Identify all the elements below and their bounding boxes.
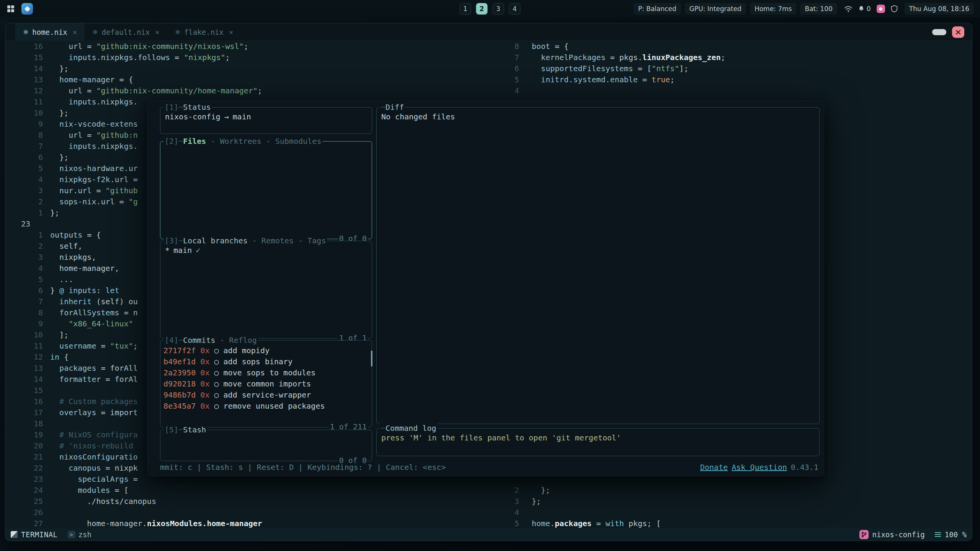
workspace-button-3[interactable]: 3: [493, 3, 504, 15]
commit-hash: 8e345a7: [163, 401, 196, 411]
commit-message: add sops binary: [219, 357, 293, 366]
lazygit-command-log-panel[interactable]: ─Command log press 'M' in the files pane…: [376, 428, 820, 456]
tab-close-icon[interactable]: ×: [229, 28, 233, 36]
code-token: [50, 364, 59, 373]
lazygit-branches-panel[interactable]: [3]─Local branches - Remotes - Tags *mai…: [160, 241, 372, 339]
lazygit-diff-panel[interactable]: ─Diff No changed files: [376, 107, 820, 424]
code-token: forAllSystems: [59, 308, 119, 317]
code-text: [43, 507, 50, 518]
code-token: [50, 341, 59, 350]
commit-row[interactable]: 2a23950 0x ○ move sops to modules: [163, 367, 369, 378]
app-icon[interactable]: [21, 3, 33, 15]
code-token: inputs.nixpkgs.: [69, 97, 138, 106]
close-icon: ×: [955, 28, 962, 36]
command-log-content: press 'M' in the files panel to open 'gi…: [377, 429, 819, 447]
code-token: packages: [555, 519, 591, 528]
code-token: };: [50, 153, 69, 162]
commit-graph-node: ○: [209, 368, 219, 377]
code-token: [50, 97, 69, 106]
commit-author: 0x: [196, 346, 209, 355]
line-number: 26: [5, 507, 43, 518]
code-token: ];: [679, 64, 688, 73]
minimize-button[interactable]: [932, 29, 946, 35]
code-text: inputs.nixpkgs.follows = "nixpkgs";: [43, 52, 230, 63]
mode-label: TERMINAL: [21, 530, 58, 539]
commit-row[interactable]: 9486b7d 0x ○ add service-wrapper: [163, 390, 369, 401]
commit-hash: d920218: [163, 379, 196, 388]
code-text: [43, 418, 50, 429]
editor-window: ❄home.nix×❄default.nix×❄flake.nix× × 16 …: [5, 23, 972, 541]
code-text: in {: [43, 352, 69, 363]
progress-label: 100 %: [945, 530, 967, 539]
code-token: [50, 486, 78, 495]
code-token: initrd.systemd.enable: [541, 75, 638, 84]
arrow-icon: →: [224, 112, 229, 121]
code-token: "g: [129, 197, 138, 206]
lazygit-files-panel[interactable]: [2]─Files - Worktrees - Submodules 0 of …: [160, 141, 372, 239]
notifications[interactable]: 0: [858, 5, 871, 13]
window-close-button[interactable]: ×: [952, 26, 964, 38]
code-text: inputs.nixpkgs.: [43, 141, 138, 152]
code-token: home-manager: [59, 75, 115, 84]
code-text: supportedFilesystems = ["ntfs"];: [519, 63, 688, 74]
tab-home.nix[interactable]: ❄home.nix×: [15, 23, 85, 41]
lines-icon: [935, 532, 941, 533]
workspace-button-1[interactable]: 1: [460, 3, 471, 15]
code-token: [532, 64, 541, 73]
shield-icon[interactable]: [891, 5, 898, 13]
line-number: 1: [5, 207, 43, 218]
code-text: # Custom packages: [43, 396, 138, 407]
lazygit-status-panel[interactable]: [1]─Status nixos-config→main: [160, 107, 372, 134]
code-token: [50, 142, 69, 151]
line-number: 5: [506, 74, 519, 85]
lazygit-commits-panel[interactable]: [4]─Commits - Reflog 2717f2f 0x ○ add mo…: [160, 340, 372, 427]
tab-flake.nix[interactable]: ❄flake.nix×: [167, 23, 241, 41]
tab-close-icon[interactable]: ×: [155, 28, 159, 36]
code-text: specialArgs =: [43, 474, 138, 485]
code-token: = {: [115, 75, 133, 84]
code-token: =: [82, 42, 96, 51]
commit-row[interactable]: 8e345a7 0x ○ remove unused packages: [163, 401, 369, 412]
commit-row[interactable]: d920218 0x ○ move common imports: [163, 378, 369, 390]
clock: Thu Aug 08, 18:16: [905, 3, 974, 15]
tray-pink-icon[interactable]: [877, 5, 885, 13]
code-token: ./hosts/canopus: [50, 497, 156, 506]
workspace-button-2[interactable]: 2: [476, 3, 488, 15]
code-line: 24 modules = [: [5, 485, 506, 496]
commits-scrollbar[interactable]: [371, 350, 372, 367]
apps-grid-icon[interactable]: [6, 4, 15, 13]
commit-row[interactable]: 2717f2f 0x ○ add mopidy: [163, 345, 369, 356]
code-token: = {: [82, 230, 101, 240]
line-number: 5: [506, 518, 519, 528]
line-number: 8: [5, 130, 43, 141]
donate-link[interactable]: Donate: [700, 463, 728, 472]
code-token: home-manager,: [50, 264, 119, 273]
commit-author: 0x: [196, 401, 209, 411]
line-number: 14: [5, 374, 43, 385]
line-number: 2: [5, 196, 43, 207]
code-text: # NixOS configura: [43, 429, 138, 440]
line-number: 25: [5, 496, 43, 507]
commit-message: move sops to modules: [219, 368, 316, 377]
code-line: 12 url = "github:nix-community/home-mana…: [5, 85, 506, 96]
lazygit-stash-panel[interactable]: [5]─Stash 0 of 0: [160, 430, 372, 461]
tab-close-icon[interactable]: ×: [73, 28, 77, 36]
code-text: [519, 507, 532, 518]
repo-name: nixos-config: [165, 112, 220, 121]
line-number: 16: [5, 41, 43, 52]
commit-hash: 2a23950: [163, 368, 196, 377]
tab-default.nix[interactable]: ❄default.nix×: [85, 23, 167, 41]
version-label: 0.43.1: [791, 463, 818, 472]
code-text: inputs.nixpkgs.: [43, 96, 138, 108]
code-token: [50, 75, 59, 84]
commit-list: 2717f2f 0x ○ add mopidyb49ef1d 0x ○ add …: [160, 341, 372, 412]
panel-title: [3]─Local branches - Remotes - Tags: [163, 235, 327, 246]
commit-message: add service-wrapper: [219, 390, 311, 399]
ask-question-link[interactable]: Ask Question: [732, 463, 787, 472]
wifi-icon[interactable]: [844, 6, 853, 12]
workspace-button-4[interactable]: 4: [509, 3, 521, 15]
code-token: [50, 42, 69, 51]
code-line: 27 home-manager.nixosModules.home-manage…: [5, 518, 506, 528]
code-token: [50, 53, 69, 62]
commit-row[interactable]: b49ef1d 0x ○ add sops binary: [163, 356, 369, 367]
